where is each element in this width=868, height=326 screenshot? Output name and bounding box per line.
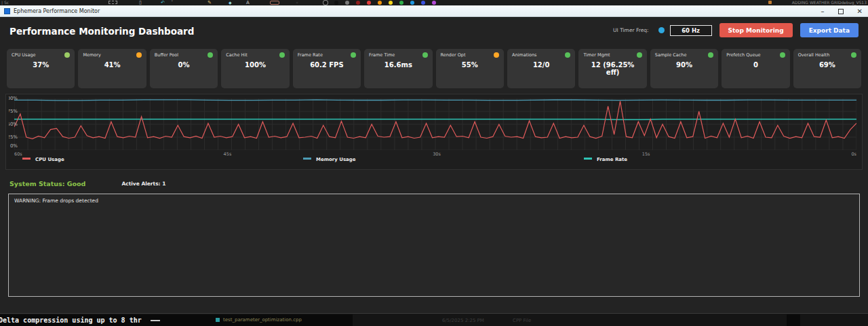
legend-swatch bbox=[303, 158, 311, 160]
metric-card-label: Render Opt bbox=[441, 52, 466, 58]
app-icon bbox=[4, 8, 10, 14]
background-window-block bbox=[800, 314, 868, 326]
legend-swatch bbox=[22, 158, 31, 160]
metric-card: Overall Health69% bbox=[793, 49, 861, 88]
page-title: Performance Monitoring Dashboard bbox=[9, 26, 194, 37]
y-axis-tick: 100% bbox=[9, 96, 18, 102]
metric-status-dot bbox=[851, 52, 856, 58]
timer-activity-indicator bbox=[658, 27, 665, 33]
metric-card-value: 60.2 FPS bbox=[298, 61, 356, 69]
file-date-text: 6/5/2025 2:25 PM bbox=[442, 318, 484, 323]
metric-card: Frame Time16.6ms bbox=[364, 49, 432, 88]
legend-label: CPU Usage bbox=[35, 157, 64, 162]
metric-card: CPU Usage37% bbox=[7, 49, 75, 88]
metric-card-label: Frame Time bbox=[369, 52, 395, 58]
metric-card: Prefetch Queue0 bbox=[722, 49, 789, 88]
maximize-button[interactable] bbox=[838, 9, 844, 14]
palette-color-dot bbox=[399, 1, 403, 5]
status-row: System Status: Good Active Alerts: 1 bbox=[9, 178, 859, 189]
metric-card-label: Cache Hit bbox=[226, 52, 248, 58]
metric-card: Timer Mgmt12 (96.25% eff) bbox=[578, 49, 646, 88]
metric-card: Buffer Pool0% bbox=[150, 49, 218, 88]
metric-status-dot bbox=[136, 52, 142, 58]
palette-color-dot bbox=[421, 1, 425, 5]
active-alerts-label: Active Alerts: 1 bbox=[121, 181, 165, 187]
screen: | Sc ▯ ↶ ˇ ✎ ◆ A ◦ ADDING WEATHER GRIDde… bbox=[0, 0, 868, 326]
chart-x-axis: 60s45s30s15s0s bbox=[14, 151, 856, 157]
alert-list-item[interactable]: WARNING: Frame drops detected bbox=[14, 198, 854, 204]
cpp-file-icon bbox=[216, 318, 220, 322]
metric-status-dot bbox=[565, 52, 570, 58]
x-axis-tick: 15s bbox=[642, 151, 650, 157]
metric-status-dot bbox=[780, 52, 785, 58]
palette-color-dot bbox=[389, 1, 393, 5]
metric-card-label: Timer Mgmt bbox=[583, 52, 610, 58]
y-axis-tick: 25% bbox=[9, 134, 18, 141]
timer-freq-label: UI Timer Freq: bbox=[613, 27, 649, 33]
export-data-button[interactable]: Export Data bbox=[800, 23, 859, 37]
y-axis-tick: 0% bbox=[9, 143, 18, 149]
text-tool-icon: A bbox=[246, 0, 250, 5]
titlebar: Ephemera Performance Monitor – ✕ bbox=[0, 5, 868, 17]
background-file-tab[interactable]: test_parameter_optimization.cpp bbox=[216, 317, 302, 323]
metric-card-label: Overall Health bbox=[798, 52, 830, 58]
selection-tool-icon bbox=[108, 1, 117, 4]
metric-card: Render Opt55% bbox=[436, 49, 504, 88]
palette-color-dot bbox=[345, 1, 349, 5]
background-text-fragment: | Sc bbox=[1, 0, 9, 5]
metric-card-label: Sample Cache bbox=[655, 52, 687, 58]
file-tab-label: test_parameter_optimization.cpp bbox=[223, 317, 302, 323]
metric-card-value: 0 bbox=[726, 61, 785, 69]
x-axis-tick: 60s bbox=[14, 151, 22, 157]
legend-label: Memory Usage bbox=[316, 157, 356, 162]
legend-item: CPU Usage bbox=[14, 157, 295, 162]
eraser-icon: ◆ bbox=[229, 0, 232, 5]
metric-card-value: 55% bbox=[441, 61, 499, 69]
x-axis-tick: 0s bbox=[851, 151, 856, 157]
metric-card-value: 69% bbox=[798, 61, 856, 69]
metric-status-dot bbox=[351, 52, 356, 58]
taskbar-dash-icon bbox=[151, 320, 160, 321]
legend-item: Memory Usage bbox=[295, 157, 576, 162]
metric-card-value: 100% bbox=[226, 61, 284, 69]
system-status-label: System Status: Good bbox=[9, 180, 85, 187]
shape-tool-icon bbox=[270, 1, 279, 5]
alerts-list[interactable]: WARNING: Frame drops detected bbox=[8, 194, 860, 297]
metric-card-label: CPU Usage bbox=[12, 52, 36, 58]
metric-card-label: Animations bbox=[512, 52, 537, 58]
undo-icon: ↶ bbox=[161, 0, 165, 5]
paint-color-palette bbox=[323, 1, 436, 5]
pencil-icon: ✎ bbox=[208, 0, 212, 5]
metric-status-dot bbox=[637, 52, 642, 58]
window-controls: – ✕ bbox=[821, 5, 863, 17]
x-axis-tick: 30s bbox=[433, 151, 441, 157]
palette-color-dot bbox=[356, 1, 360, 5]
minimize-button[interactable]: – bbox=[821, 5, 825, 17]
metric-status-dot bbox=[708, 52, 713, 58]
metric-card: Animations12/0 bbox=[507, 49, 575, 88]
dashboard-body: Performance Monitoring Dashboard UI Time… bbox=[0, 17, 868, 313]
close-button[interactable]: ✕ bbox=[857, 5, 863, 17]
legend-item: Frame Rate bbox=[576, 157, 856, 162]
metric-status-dot bbox=[279, 52, 285, 58]
palette-color-dot bbox=[367, 1, 371, 5]
palette-color-dot bbox=[432, 1, 436, 5]
background-window-title-fragment: ADDING WEATHER GRIDdebug_VS13 bbox=[792, 0, 867, 5]
chart-legend: CPU UsageMemory UsageFrame Rate bbox=[14, 157, 856, 162]
legend-swatch bbox=[584, 158, 592, 160]
legend-label: Frame Rate bbox=[597, 157, 627, 162]
metric-card-value: 12/0 bbox=[512, 61, 570, 69]
palette-color-dot bbox=[323, 1, 328, 5]
y-axis-tick: 75% bbox=[9, 109, 18, 115]
palette-color-dot bbox=[334, 1, 338, 5]
metric-card: Sample Cache90% bbox=[650, 49, 718, 88]
background-window-icon bbox=[768, 1, 772, 4]
terminal-output-text: Delta compression using up to 8 thr bbox=[0, 316, 142, 324]
metric-card-value: 16.6ms bbox=[369, 61, 427, 69]
y-axis-tick: 50% bbox=[9, 122, 18, 128]
stop-monitoring-button[interactable]: Stop Monitoring bbox=[719, 23, 793, 37]
window-title: Ephemera Performance Monitor bbox=[14, 8, 100, 14]
dashboard-header: Performance Monitoring Dashboard UI Time… bbox=[0, 17, 868, 44]
timer-freq-input[interactable] bbox=[670, 25, 712, 36]
circle-shape-icon: ◦ bbox=[296, 0, 298, 5]
